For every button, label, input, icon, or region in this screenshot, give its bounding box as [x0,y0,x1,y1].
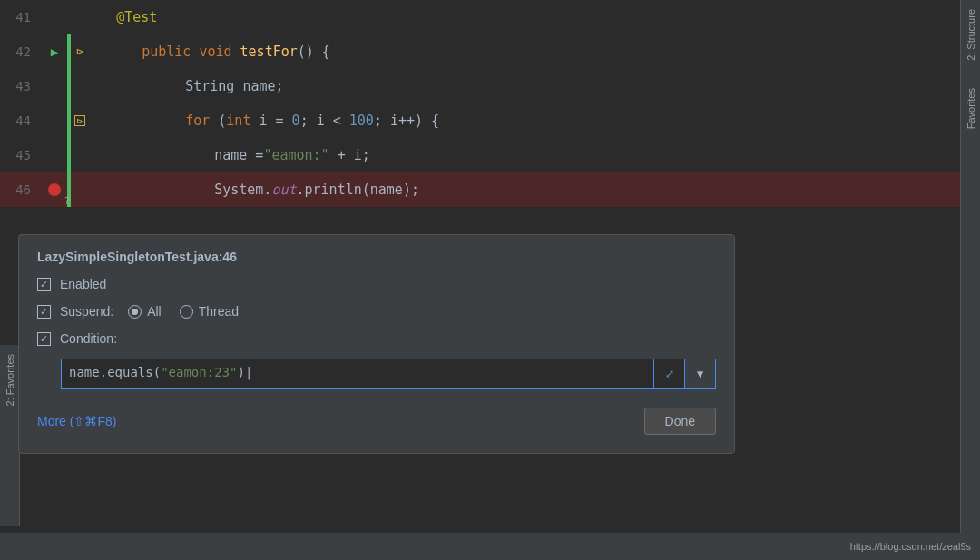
radio-all[interactable] [128,305,142,319]
expand-icon: ⤢ [665,368,674,380]
radio-thread[interactable] [180,305,193,319]
breakpoint-dialog: LazySimpleSingletonTest.java:46 Enabled … [18,234,735,454]
gutter-42: ▶ [42,34,67,69]
line-number-41: 41 [0,0,42,34]
gutter-44 [42,103,67,138]
enabled-label: Enabled [60,277,106,291]
breakpoint-icon-44: ⊳ [74,115,85,126]
green-bar-45 [67,138,71,172]
dialog-title: LazySimpleSingletonTest.java:46 [37,250,716,264]
gutter-42b: ⊳ [67,34,93,69]
gutter-45b [67,138,93,172]
line-number-46: 46 [0,172,42,207]
chevron-down-icon: ▼ [697,368,703,380]
condition-row: Condition: [37,331,716,346]
dropdown-button[interactable]: ▼ [685,359,716,389]
right-sidebar: 2: Structure Favorites [960,0,980,560]
line-number-45: 45 [0,138,42,172]
green-bar-44 [67,103,71,138]
done-button[interactable]: Done [644,408,716,435]
sidebar-tab-favorites-left[interactable]: 2: Favorites [5,354,15,406]
breakpoint-dot: ? [48,183,61,196]
sidebar-tab-favorites[interactable]: Favorites [965,88,976,129]
thread-label: Thread [199,304,239,319]
line-content-46: System.out.println(name); [93,138,419,236]
gutter-46: ? [42,172,67,207]
condition-input-row: name.equals("eamon:23")| ⤢ ▼ [61,359,716,389]
condition-input-wrapper: name.equals("eamon:23")| [61,359,654,389]
condition-label: Condition: [60,331,117,346]
left-sidebar: 2: Favorites [0,345,20,526]
condition-text-suffix: )| [237,365,252,379]
code-editor: 41 @Test 42 ▶ ⊳ public void testFor() { … [0,0,980,236]
condition-text-string: "eamon:23" [161,365,237,379]
suspend-label: Suspend: [60,304,113,319]
bottom-url: https://blog.csdn.net/zeal9s [850,541,971,552]
gutter-43b [67,69,93,103]
run-icon[interactable]: ▶ [51,34,58,69]
line-number-44: 44 [0,103,42,138]
enabled-checkbox[interactable] [37,278,51,291]
all-label: All [147,304,162,319]
dialog-footer: More (⇧⌘F8) Done [37,408,716,435]
bottom-bar: https://blog.csdn.net/zeal9s [0,533,980,560]
suspend-checkbox[interactable] [37,305,51,319]
code-line-46: 46 ? System.out.println(name); [0,172,980,207]
sidebar-tab-structure[interactable]: 2: Structure [965,9,976,61]
gutter-45 [42,138,67,172]
gutter-46b [67,172,93,207]
enabled-row: Enabled [37,277,716,291]
line-number-42: 42 [0,34,42,69]
gutter-44b: ⊳ [67,103,93,138]
gutter-43 [42,69,67,103]
condition-text-prefix: name.equals( [69,365,161,379]
line-number-43: 43 [0,69,42,103]
bookmark-icon-42: ⊳ [76,34,83,69]
green-bar-43 [67,69,71,103]
condition-checkbox[interactable] [37,332,51,346]
expand-button[interactable]: ⤢ [654,359,685,389]
suspend-row: Suspend: All Thread [37,304,716,319]
green-bar-42 [67,34,71,69]
gutter-41 [42,0,67,34]
more-link[interactable]: More (⇧⌘F8) [37,414,116,428]
